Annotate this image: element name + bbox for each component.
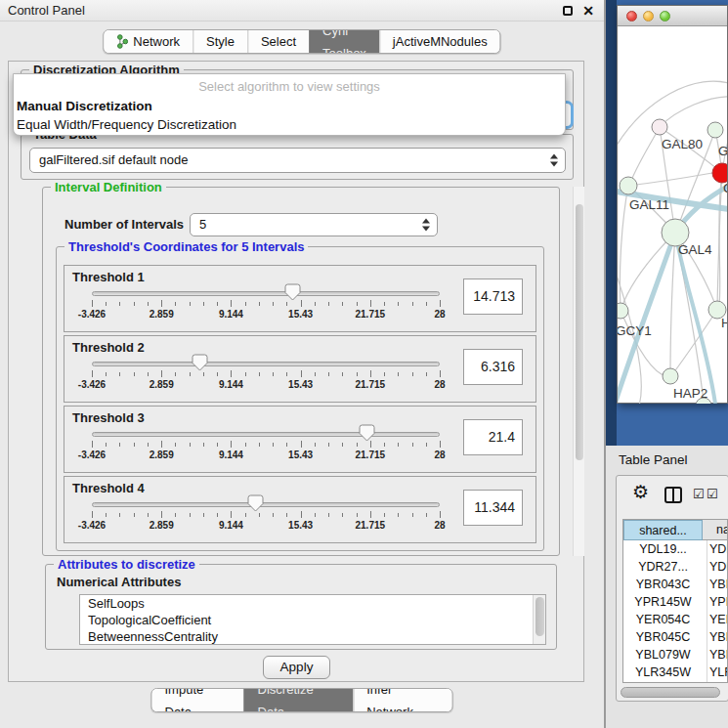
gear-icon[interactable]: ⚙ [632,481,649,502]
threshold-label: Threshold 4 [72,481,145,495]
zoom-traffic-light[interactable] [660,11,670,21]
tab-jactivemnodules[interactable]: jActiveMNodules [379,30,500,53]
network-canvas[interactable]: GAL80GAGAL11CGAL4GCY1HHAP2 [618,26,727,404]
panel-title: Control Panel [8,0,85,21]
node-gal11 [620,177,637,194]
checkbox-icon[interactable]: ☑ [693,487,705,501]
threshold-slider-track[interactable] [92,432,440,437]
float-window-icon[interactable] [563,6,573,16]
attribute-list-item[interactable]: TopologicalCoefficient [80,612,545,628]
slider-thumb[interactable] [192,354,208,371]
control-panel-titlebar: Control Panel ✕ [0,0,604,21]
desktop-edge [606,0,617,446]
tab-network[interactable]: Network [104,30,193,53]
tab-style[interactable]: Style [193,30,247,53]
cell-shared-name: YBR043C [623,576,703,593]
slider-thumb[interactable] [284,283,301,301]
node-gal80 [652,119,667,135]
table-row[interactable]: YBR045CYBR0 [623,628,727,646]
node-label-hap2: HAP2 [673,386,707,401]
table-row[interactable]: YPR145WYPR1 [623,593,727,611]
group-title-interval-definition: Interval Definition [51,180,166,194]
node-label-c: C [723,181,727,195]
slider-thumb[interactable] [247,494,264,512]
tab-select[interactable]: Select [247,30,309,53]
threshold-slider-track[interactable] [92,502,440,507]
tab-label: Impute Data [165,688,232,712]
tab-cyni-toolbox[interactable]: Cyni Toolbox [309,30,379,53]
table-row[interactable]: YER054CYER0 [623,611,727,628]
network-window-titlebar [618,6,727,26]
table-row[interactable]: YDL19...YDL1 [623,540,727,558]
table-row[interactable]: YBR043CYBR0 [623,576,727,593]
table-header: shared... na [623,520,727,540]
popup-item[interactable]: Manual Discretization [14,97,565,115]
cell-name: YDL1 [709,540,727,558]
network-node-labels: GAL80GAGAL11CGAL4GCY1HHAP2 [618,137,727,401]
network-view-window[interactable]: GAL80GAGAL11CGAL4GCY1HHAP2 [617,5,728,404]
columns-icon[interactable] [664,487,682,503]
node-label-h: H [721,316,727,330]
node-label-gal80: GAL80 [662,137,703,151]
table-hscrollbar[interactable] [621,687,726,698]
table-row[interactable]: YIL052CYIL0 [623,681,727,683]
apply-button[interactable]: Apply [263,656,330,679]
column-header-name[interactable]: na [704,520,728,540]
panel-scrollbar[interactable] [573,187,584,556]
minimize-traffic-light[interactable] [643,11,654,21]
table-data-combo[interactable]: galFiltered.sif default node [29,148,566,173]
node-label-ga: GA [718,144,727,158]
node-red [712,163,727,183]
tab-infer-network[interactable]: Infer Network [353,689,451,711]
interval-definition-group: Interval Definition Number of Intervals … [42,187,560,556]
thresholds-group: Threshold's Coordinates for 5 Intervals … [56,246,544,551]
popup-placeholder: Select algorithm to view settings [14,77,565,97]
node-label-gcy1: GCY1 [618,323,652,338]
tab-label: Discretize Data [258,688,341,712]
popup-item[interactable]: Equal Width/Frequency Discretization [14,115,565,134]
right-area: GAL80GAGAL11CGAL4GCY1HHAP2 Table Panel ⚙… [606,0,728,728]
threshold-value-field[interactable]: 21.4 [463,419,523,455]
threshold-slider-track[interactable] [92,291,440,296]
number-of-intervals-combo[interactable]: 5 [190,213,438,236]
slider-ticks [92,441,440,449]
slider-tick-labels: -3.4262.8599.14415.4321.71528 [92,450,440,461]
close-traffic-light[interactable] [626,11,637,21]
node-gcy1 [618,303,628,319]
slider-thumb[interactable] [359,424,375,442]
threshold-value-field[interactable]: 11.344 [463,490,523,526]
column-header-shared-name[interactable]: shared... [623,520,703,540]
threshold-label: Threshold 2 [72,340,145,355]
cell-shared-name: YDL19... [623,540,703,558]
tab-label: jActiveMNodules [393,30,488,53]
combo-stepper-icon [422,219,430,232]
tab-impute-data[interactable]: Impute Data [152,689,244,711]
cell-name: YPR1 [709,593,727,611]
network-desktop: GAL80GAGAL11CGAL4GCY1HHAP2 [606,0,728,446]
threshold-label: Threshold 3 [72,410,145,425]
attribute-list-item[interactable]: BetweennessCentrality [80,628,545,645]
table-row[interactable]: YBL079WYBL0 [623,646,727,664]
tab-label: Select [261,30,296,53]
threshold-value-field[interactable]: 14.713 [463,278,523,315]
numerical-attributes-list[interactable]: SelfLoopsTopologicalCoefficientBetweenne… [79,594,546,645]
cell-shared-name: YPR145W [623,593,703,611]
top-tab-bar: NetworkStyleSelectCyni ToolboxjActiveMNo… [103,29,500,54]
threshold-value-field[interactable]: 6.316 [463,349,523,385]
tab-discretize-data[interactable]: Discretize Data [244,689,354,711]
cell-name: YER0 [709,611,727,628]
close-icon[interactable]: ✕ [582,2,594,20]
table-row[interactable]: YDR27...YDR2 [623,558,727,576]
combo-stepper-icon [550,154,558,167]
tab-label: Cyni Toolbox [322,29,366,54]
table-panel-title: Table Panel [619,452,688,467]
threshold-slider-track[interactable] [92,362,440,366]
network-icon [116,34,128,49]
number-of-intervals-label: Number of Intervals [64,217,184,232]
table-row[interactable]: YLR345WYLR3 [623,664,727,681]
attribute-list-item[interactable]: SelfLoops [80,595,545,612]
attributes-scrollbar[interactable] [533,595,545,644]
node-label-gal4: GAL4 [678,242,712,257]
checkbox-icon[interactable]: ☑ [707,487,718,501]
cell-shared-name: YBR045C [623,628,703,646]
